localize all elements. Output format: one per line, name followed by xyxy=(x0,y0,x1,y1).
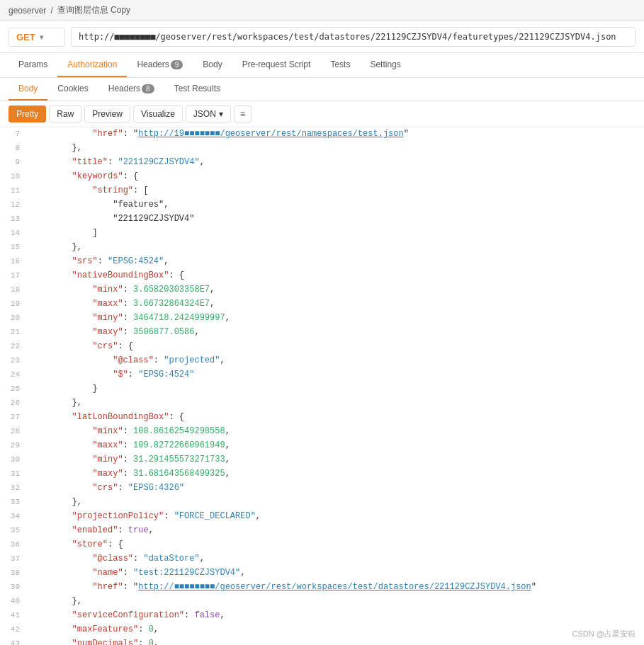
tab-authorization[interactable]: Authorization xyxy=(57,53,127,77)
line-number: 11 xyxy=(0,184,28,198)
tab-test-results[interactable]: Test Results xyxy=(164,78,230,101)
json-line: 14 ] xyxy=(0,227,644,241)
json-line: 25 } xyxy=(0,382,644,396)
tab-headers[interactable]: Headers9 xyxy=(127,53,193,77)
json-line: 27 "latLonBoundingBox": { xyxy=(0,411,644,425)
tab-body[interactable]: Body xyxy=(193,53,232,77)
json-string: "EPSG:4524" xyxy=(108,256,164,266)
json-line: 13 "221129CZJSYDV4" xyxy=(0,212,644,227)
json-link: http://19■■■■■■■/geoserver/rest/namespac… xyxy=(138,129,403,139)
json-line: 26 }, xyxy=(0,396,644,411)
tab-response-body[interactable]: Body xyxy=(9,78,47,101)
line-content: "srs": "EPSG:4524", xyxy=(28,255,169,268)
json-key: "store" xyxy=(72,540,108,549)
line-content: } xyxy=(28,382,98,396)
watermark: CSDN @占星安啦 xyxy=(572,629,635,639)
json-key: "miny" xyxy=(92,313,123,323)
request-tabs: Params Authorization Headers9 Body Pre-r… xyxy=(0,53,644,78)
format-dropdown[interactable]: JSON ▾ xyxy=(186,105,231,122)
line-number: 18 xyxy=(0,283,28,297)
json-key: "minx" xyxy=(92,426,123,436)
line-content: "minx": 108.86162549298558, xyxy=(28,425,230,438)
line-content: "221129CZJSYDV4" xyxy=(28,212,194,226)
breadcrumb-separator: / xyxy=(50,6,52,16)
json-line: 32 "crs": "EPSG:4326" xyxy=(0,481,644,496)
line-number: 21 xyxy=(0,326,28,339)
line-number: 22 xyxy=(0,340,28,353)
pretty-button[interactable]: Pretty xyxy=(9,105,46,122)
json-key: "maxx" xyxy=(92,440,123,450)
line-content: "@class": "projected", xyxy=(28,354,225,367)
json-line: 28 "minx": 108.86162549298558, xyxy=(0,425,644,439)
json-number: 3.66732864324E7 xyxy=(133,299,210,309)
body-toolbar: Pretty Raw Preview Visualize JSON ▾ ≡ xyxy=(0,101,644,127)
json-key: "serviceConfiguration" xyxy=(72,610,184,620)
line-content: "keywords": { xyxy=(28,170,138,183)
json-line: 18 "minx": 3.65820303358E7, xyxy=(0,283,644,297)
json-line: 8 }, xyxy=(0,142,644,156)
json-line: 20 "miny": 3464718.2424999997, xyxy=(0,312,644,326)
line-number: 39 xyxy=(0,581,28,594)
line-content: }, xyxy=(28,241,82,254)
raw-button[interactable]: Raw xyxy=(49,105,81,122)
tab-tests[interactable]: Tests xyxy=(320,53,360,77)
line-number: 31 xyxy=(0,467,28,481)
json-key: "projectionPolicy" xyxy=(72,511,164,521)
line-content: "$": "EPSG:4524" xyxy=(28,368,194,382)
breadcrumb-page[interactable]: 查询图层信息 Copy xyxy=(57,4,130,16)
tab-params[interactable]: Params xyxy=(9,53,57,77)
json-line: 35 "enabled": true, xyxy=(0,524,644,538)
json-line: 24 "$": "EPSG:4524" xyxy=(0,368,644,382)
line-number: 37 xyxy=(0,552,28,566)
json-key: "miny" xyxy=(92,455,123,464)
method-label: GET xyxy=(16,32,35,42)
json-key: "href" xyxy=(92,129,123,139)
line-content: }, xyxy=(28,595,82,608)
json-line: 7 "href": "http://19■■■■■■■/geoserver/re… xyxy=(0,127,644,142)
tab-settings[interactable]: Settings xyxy=(360,53,410,77)
chevron-down-icon: ▾ xyxy=(40,33,43,41)
json-key: "enabled" xyxy=(72,525,118,535)
json-line: 38 "name": "test:221129CZJSYDV4", xyxy=(0,566,644,581)
json-key: "crs" xyxy=(92,483,118,493)
json-line: 10 "keywords": { xyxy=(0,170,644,184)
line-content: "maxFeatures": 0, xyxy=(28,623,159,637)
json-key: "href" xyxy=(92,582,123,592)
json-line: 33 }, xyxy=(0,496,644,510)
visualize-button[interactable]: Visualize xyxy=(133,105,183,122)
tab-pre-request[interactable]: Pre-request Script xyxy=(232,53,321,77)
line-content: }, xyxy=(28,396,82,410)
url-input[interactable] xyxy=(71,27,635,47)
json-string: "221129CZJSYDV4" xyxy=(118,157,199,167)
json-line: 39 "href": "http://■■■■■■■■/geoserver/re… xyxy=(0,581,644,595)
line-number: 9 xyxy=(0,156,28,169)
line-number: 12 xyxy=(0,198,28,212)
preview-button[interactable]: Preview xyxy=(84,105,130,122)
json-line: 16 "srs": "EPSG:4524", xyxy=(0,255,644,269)
json-link: http://■■■■■■■■/geoserver/rest/workspace… xyxy=(138,582,531,592)
method-dropdown[interactable]: GET ▾ xyxy=(9,28,65,47)
json-key: "srs" xyxy=(72,256,98,266)
json-key: "maxFeatures" xyxy=(72,624,139,634)
line-content: }, xyxy=(28,142,82,155)
headers-badge: 9 xyxy=(171,60,183,69)
line-content: "store": { xyxy=(28,538,123,552)
line-number: 8 xyxy=(0,142,28,155)
json-line: 36 "store": { xyxy=(0,538,644,552)
tab-response-headers[interactable]: Headers8 xyxy=(98,78,164,101)
breadcrumb-workspace[interactable]: geoserver xyxy=(9,6,46,16)
line-content: "minx": 3.65820303358E7, xyxy=(28,283,215,297)
line-number: 10 xyxy=(0,170,28,183)
line-number: 20 xyxy=(0,312,28,325)
wrap-button[interactable]: ≡ xyxy=(234,105,252,122)
json-key: "keywords" xyxy=(72,171,123,181)
line-number: 13 xyxy=(0,212,28,226)
json-number: 3464718.2424999997 xyxy=(133,313,225,323)
response-tabs: Body Cookies Headers8 Test Results xyxy=(0,78,644,101)
tab-cookies[interactable]: Cookies xyxy=(47,78,98,101)
json-line: 15 }, xyxy=(0,241,644,255)
line-number: 28 xyxy=(0,425,28,438)
line-content: "href": "http://19■■■■■■■/geoserver/rest… xyxy=(28,127,409,141)
json-line: 37 "@class": "dataStore", xyxy=(0,552,644,566)
json-line: 41 "serviceConfiguration": false, xyxy=(0,609,644,623)
